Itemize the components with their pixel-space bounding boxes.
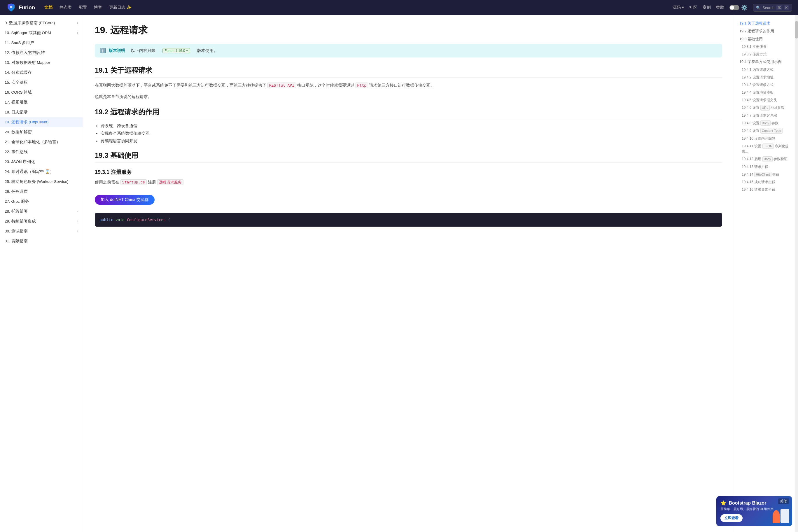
sidebar-item-18[interactable]: 18. 日志记录 bbox=[0, 107, 83, 117]
sidebar-item-15[interactable]: 15. 安全鉴权 bbox=[0, 78, 83, 88]
nav-changelog[interactable]: 更新日志 ✨ bbox=[109, 5, 132, 10]
search-kbd1: ⌘ bbox=[776, 5, 782, 10]
logo-icon bbox=[6, 2, 16, 13]
chevron-right-icon: › bbox=[77, 229, 78, 233]
search-label: Search bbox=[762, 5, 774, 10]
toc-item-1932[interactable]: 19.3.2 使用方式 bbox=[738, 51, 795, 58]
version-notice: ℹ️ 版本说明 以下内容只限 Furion 1.16.0 + 版本使用。 bbox=[95, 44, 722, 57]
sidebar-item-12[interactable]: 12. 依赖注入/控制反转 bbox=[0, 48, 83, 58]
main-content: 19. 远程请求 ℹ️ 版本说明 以下内容只限 Furion 1.16.0 + … bbox=[83, 15, 734, 532]
sidebar-item-9[interactable]: 9. 数据库操作指南 (EFCore) › bbox=[0, 18, 83, 28]
nav-docs[interactable]: 文档 bbox=[44, 5, 53, 10]
bullet-list-192: 跨系统、跨设备通信 实现多个系统数据传输交互 跨编程语言协同开发 bbox=[101, 124, 722, 144]
inline-code-http: Http bbox=[356, 82, 368, 88]
nav-right-area: 源码 ▾ 社区 案例 赞助 ⚙️ 🔍 Search ⌘ K bbox=[672, 4, 792, 12]
search-icon: 🔍 bbox=[756, 5, 761, 10]
ad-cta-button[interactable]: 立即查看 bbox=[720, 514, 743, 522]
main-layout: 9. 数据库操作指南 (EFCore) › 10. SqlSugar 或其他 O… bbox=[0, 15, 798, 532]
scrollbar-track bbox=[795, 15, 798, 532]
sidebar-item-29[interactable]: 29. 持续部署集成 › bbox=[0, 216, 83, 226]
table-of-contents: 19.1 关于远程请求 19.2 远程请求的作用 19.3 基础使用 19.3.… bbox=[734, 15, 798, 532]
toc-item-19415[interactable]: 19.4.15 成功请求拦截 bbox=[738, 178, 795, 186]
version-notice-text-after: 版本使用。 bbox=[197, 48, 217, 53]
toc-item-19413[interactable]: 19.4.13 请求拦截 bbox=[738, 163, 795, 170]
version-badge: Furion 1.16.0 + bbox=[163, 48, 190, 53]
toc-item-1945[interactable]: 19.4.5 设置请求报文头 bbox=[738, 97, 795, 103]
toc-item-1944[interactable]: 19.4.4 设置地址模板 bbox=[738, 89, 795, 96]
section-body-191: 在互联网大数据的驱动下，平台或系统免不了需要和第三方进行数据交互，而第三方往往提… bbox=[95, 82, 722, 89]
sidebar-item-25[interactable]: 25. 辅助角色服务 (Workder Service) bbox=[0, 177, 83, 187]
sidebar-item-31[interactable]: 31. 贡献指南 bbox=[0, 236, 83, 246]
chevron-right-icon: › bbox=[77, 31, 78, 35]
sidebar-item-26[interactable]: 26. 任务调度 bbox=[0, 187, 83, 196]
toc-item-194[interactable]: 19.4 字符串方式使用示例 bbox=[738, 58, 795, 65]
ad-banner: 关闭 ⭐ Bootstrap Blazor 最简单、最好用、最好看的 UI 组件… bbox=[716, 496, 792, 526]
sidebar-item-22[interactable]: 22. 事件总线 bbox=[0, 147, 83, 157]
toc-item-1942[interactable]: 19.4.2 设置请求地址 bbox=[738, 74, 795, 81]
toc-item-1948[interactable]: 19.4.8 设置 Body 参数 bbox=[738, 119, 795, 127]
nav-source[interactable]: 源码 ▾ bbox=[672, 5, 684, 10]
toc-item-1947[interactable]: 19.4.7 设置请求客户端 bbox=[738, 112, 795, 119]
nav-static[interactable]: 静态类 bbox=[59, 5, 72, 10]
toc-item-1931[interactable]: 19.3.1 注册服务 bbox=[738, 43, 795, 50]
bullet-item-1: 跨系统、跨设备通信 bbox=[101, 124, 722, 129]
sidebar-item-10[interactable]: 10. SqlSugar 或其他 ORM › bbox=[0, 28, 83, 38]
sidebar-item-17[interactable]: 17. 视图引擎 bbox=[0, 97, 83, 107]
toc-item-19414[interactable]: 19.4.14 HttpClient 拦截 bbox=[738, 171, 795, 178]
nav-sponsor[interactable]: 赞助 bbox=[716, 5, 724, 10]
nav-config[interactable]: 配置 bbox=[79, 5, 87, 10]
nav-community[interactable]: 社区 bbox=[689, 5, 697, 10]
gear-icon: ⚙️ bbox=[741, 4, 747, 11]
nav-cases[interactable]: 案例 bbox=[703, 5, 711, 10]
toc-item-19410[interactable]: 19.4.10 设置内容编码 bbox=[738, 135, 795, 142]
sidebar-item-19[interactable]: 19. 远程请求 (HttpClient) bbox=[0, 117, 83, 127]
sidebar: 9. 数据库操作指南 (EFCore) › 10. SqlSugar 或其他 O… bbox=[0, 15, 83, 532]
code-block-configure: public void ConfigureServices ( bbox=[95, 213, 722, 227]
version-notice-text-before: 以下内容只限 bbox=[131, 48, 155, 53]
section-title-191: 19.1 关于远程请求 bbox=[95, 65, 722, 78]
sidebar-item-24[interactable]: 24. 即时通讯（编写中 ⌛） bbox=[0, 167, 83, 177]
version-notice-title: 版本说明 bbox=[109, 48, 125, 53]
logo-text: Furion bbox=[19, 5, 35, 11]
phone-illustration bbox=[780, 509, 789, 523]
search-bar[interactable]: 🔍 Search ⌘ K bbox=[753, 4, 792, 12]
toc-item-1949[interactable]: 19.4.9 设置 Content-Type bbox=[738, 127, 795, 134]
sidebar-item-21[interactable]: 21. 全球化和本地化（多语言） bbox=[0, 137, 83, 147]
toc-item-192[interactable]: 19.2 远程请求的作用 bbox=[738, 28, 795, 35]
page-title: 19. 远程请求 bbox=[95, 24, 722, 37]
sidebar-item-13[interactable]: 13. 对象数据映射 Mapper bbox=[0, 58, 83, 68]
section-body-1931: 使用之前需在 Startup.cs 注册 远程请求服务 bbox=[95, 178, 722, 186]
sidebar-item-30[interactable]: 30. 测试指南 › bbox=[0, 226, 83, 236]
ad-image-area bbox=[766, 503, 789, 523]
top-navigation: Furion 文档 静态类 配置 博客 更新日志 ✨ 源码 ▾ 社区 案例 赞助… bbox=[0, 0, 798, 15]
subsection-title-1931: 19.3.1 注册服务 bbox=[95, 169, 722, 176]
sidebar-item-14[interactable]: 14. 分布式缓存 bbox=[0, 68, 83, 78]
sidebar-item-11[interactable]: 11. SaaS 多租户 bbox=[0, 38, 83, 48]
sidebar-item-23[interactable]: 23. JSON 序列化 bbox=[0, 157, 83, 167]
bullet-item-2: 实现多个系统数据传输交互 bbox=[101, 131, 722, 136]
sidebar-item-27[interactable]: 27. Grpc 服务 bbox=[0, 196, 83, 207]
toc-item-1946[interactable]: 19.4.6 设置 URL 地址参数 bbox=[738, 104, 795, 111]
nav-blog[interactable]: 博客 bbox=[94, 5, 102, 10]
toc-item-193[interactable]: 19.3 基础使用 bbox=[738, 36, 795, 43]
section-title-193: 19.3 基础使用 bbox=[95, 151, 722, 163]
toc-item-191[interactable]: 19.1 关于远程请求 bbox=[738, 20, 795, 27]
bullet-item-3: 跨编程语言协同开发 bbox=[101, 138, 722, 144]
logo[interactable]: Furion bbox=[6, 2, 35, 13]
chevron-right-icon: › bbox=[77, 209, 78, 213]
toc-item-19416[interactable]: 19.4.16 请求异常拦截 bbox=[738, 186, 795, 193]
section-title-192: 19.2 远程请求的作用 bbox=[95, 107, 722, 119]
dotnet-banner[interactable]: 加入 dotNET China 交流群 bbox=[95, 195, 155, 205]
theme-toggle[interactable]: ⚙️ bbox=[729, 4, 747, 11]
toc-item-1943[interactable]: 19.4.3 设置请求方式 bbox=[738, 81, 795, 88]
toc-item-1941[interactable]: 19.4.1 内置请求方式 bbox=[738, 66, 795, 73]
scrollbar-thumb[interactable] bbox=[795, 21, 798, 38]
section-body-191-2: 也就是本章节所说的远程请求。 bbox=[95, 93, 722, 100]
toc-item-19412[interactable]: 19.4.12 启用 Body 参数验证 bbox=[738, 155, 795, 163]
sidebar-item-28[interactable]: 28. 托管部署 › bbox=[0, 207, 83, 216]
toc-item-19411[interactable]: 19.4.11 设置 JSON 序列化提供... bbox=[738, 142, 795, 155]
star-icon: ⭐ bbox=[720, 500, 726, 506]
sidebar-item-20[interactable]: 20. 数据加解密 bbox=[0, 127, 83, 137]
sidebar-item-16[interactable]: 16. CORS 跨域 bbox=[0, 88, 83, 97]
chevron-right-icon: › bbox=[77, 219, 78, 223]
